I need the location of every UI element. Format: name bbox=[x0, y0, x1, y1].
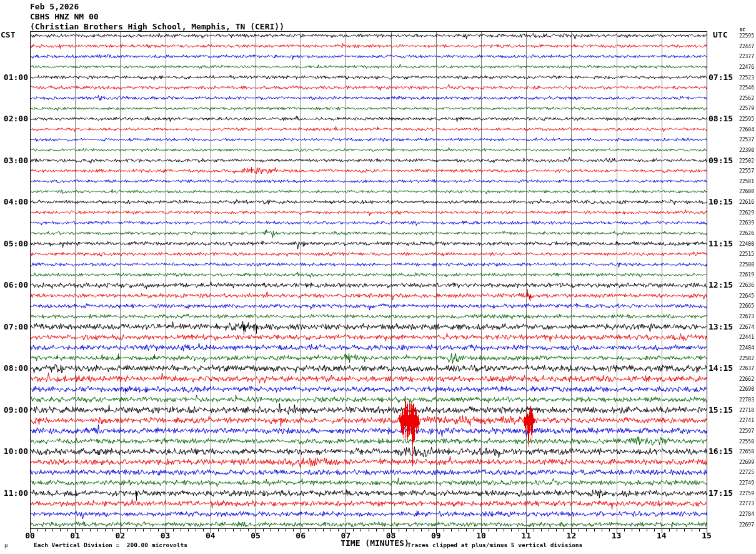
right-utc-label: 08:15 bbox=[709, 114, 733, 123]
trace-dc-value: 22595 bbox=[734, 33, 754, 39]
x-axis-tick-label: 14 bbox=[653, 531, 670, 540]
right-utc-label: 15:15 bbox=[709, 405, 733, 415]
x-axis-tick-label: 03 bbox=[157, 531, 174, 540]
x-axis-tick-label: 06 bbox=[292, 531, 309, 540]
trace-dc-value: 22636 bbox=[734, 283, 754, 288]
right-utc-label: 17:15 bbox=[709, 488, 733, 498]
header-location-line: (Christian Brothers High School, Memphis… bbox=[30, 22, 284, 31]
trace-dc-value: 22690 bbox=[734, 386, 754, 392]
x-axis-tick-label: 12 bbox=[562, 531, 580, 540]
trace-dc-value: 22619 bbox=[734, 272, 754, 278]
trace-dc-value: 22557 bbox=[734, 168, 754, 174]
x-axis-tick-label: 10 bbox=[472, 531, 490, 540]
trace-dc-value: 22600 bbox=[734, 189, 754, 194]
trace-dc-value: 22550 bbox=[734, 439, 754, 445]
left-hour-label: 04:00 bbox=[0, 197, 28, 206]
trace-dc-value: 22674 bbox=[734, 325, 754, 330]
left-hour-label: 08:00 bbox=[0, 363, 28, 373]
trace-dc-value: 22665 bbox=[734, 303, 754, 309]
right-utc-label: 14:15 bbox=[709, 363, 733, 373]
trace-dc-value: 22502 bbox=[734, 158, 754, 164]
trace-dc-value: 22390 bbox=[734, 148, 754, 153]
trace-dc-value: 22629 bbox=[734, 210, 754, 216]
right-utc-label: 13:15 bbox=[709, 322, 733, 331]
trace-dc-value: 22581 bbox=[734, 179, 754, 184]
trace-dc-value: 22703 bbox=[734, 397, 754, 403]
right-utc-label: 07:15 bbox=[709, 73, 733, 82]
helicorder-page: Feb 5,2026 CBHS HNZ NM 00 (Christian Bro… bbox=[0, 0, 756, 554]
left-hour-label: 01:00 bbox=[0, 73, 28, 82]
trace-dc-value: 22697 bbox=[734, 522, 754, 528]
left-hour-label: 06:00 bbox=[0, 280, 28, 290]
x-axis-tick-label: 15 bbox=[698, 531, 715, 540]
trace-dc-value: 22658 bbox=[734, 449, 754, 455]
trace-dc-value: 22582 bbox=[734, 356, 754, 361]
trace-dc-value: 22749 bbox=[734, 480, 754, 486]
right-utc-label: 11:15 bbox=[709, 239, 733, 248]
x-axis-tick-label: 04 bbox=[202, 531, 219, 540]
x-axis-tick-label: 13 bbox=[608, 531, 625, 540]
trace-dc-value: 22699 bbox=[734, 460, 754, 465]
header-date: Feb 5,2026 bbox=[30, 2, 79, 11]
trace-dc-value: 22673 bbox=[734, 314, 754, 320]
trace-dc-value: 22662 bbox=[734, 376, 754, 382]
trace-dc-value: 22626 bbox=[734, 231, 754, 236]
trace-dc-value: 22377 bbox=[734, 54, 754, 59]
dc-column-header: DC bbox=[740, 28, 745, 33]
trace-dc-value: 22784 bbox=[734, 511, 754, 517]
x-axis-tick-label: 01 bbox=[66, 531, 84, 540]
left-hour-label: 11:00 bbox=[0, 488, 28, 498]
trace-dc-value: 22604 bbox=[734, 127, 754, 133]
left-hour-label: 05:00 bbox=[0, 239, 28, 248]
left-hour-label: 09:00 bbox=[0, 405, 28, 415]
trace-dc-value: 22400 bbox=[734, 241, 754, 247]
trace-dc-value: 22546 bbox=[734, 85, 754, 91]
right-utc-label: 12:15 bbox=[709, 280, 733, 290]
right-timezone-label: UTC bbox=[713, 30, 727, 39]
footer-scale-note: Each Vertical Division = 200.00 microvol… bbox=[34, 541, 187, 548]
trace-dc-value: 22562 bbox=[734, 96, 754, 101]
trace-dc-value: 22637 bbox=[734, 366, 754, 371]
right-utc-label: 10:15 bbox=[709, 197, 733, 206]
header-station-line: CBHS HNZ NM 00 bbox=[30, 12, 99, 21]
x-axis-tick-label: 00 bbox=[21, 531, 39, 540]
trace-dc-value: 22639 bbox=[734, 220, 754, 226]
trace-dc-value: 22725 bbox=[734, 470, 754, 475]
x-axis-tick-label: 05 bbox=[247, 531, 264, 540]
left-hour-label: 03:00 bbox=[0, 156, 28, 165]
footer-clip-note: Traces clipped at plus/minus 5 vertical … bbox=[407, 541, 582, 548]
trace-dc-value: 22537 bbox=[734, 137, 754, 143]
right-utc-label: 09:15 bbox=[709, 156, 733, 165]
x-axis-tick-label: 11 bbox=[517, 531, 535, 540]
trace-dc-value: 22579 bbox=[734, 106, 754, 111]
x-axis-tick-label: 02 bbox=[111, 531, 129, 540]
trace-dc-value: 22741 bbox=[734, 418, 754, 423]
left-hour-label: 07:00 bbox=[0, 322, 28, 331]
trace-dc-value: 22447 bbox=[734, 44, 754, 49]
trace-dc-value: 22523 bbox=[734, 75, 754, 81]
trace-dc-value: 22580 bbox=[734, 262, 754, 268]
trace-dc-value: 22759 bbox=[734, 491, 754, 496]
trace-dc-value: 22476 bbox=[734, 64, 754, 70]
right-utc-label: 16:15 bbox=[709, 446, 733, 456]
trace-dc-value: 22484 bbox=[734, 345, 754, 351]
trace-dc-value: 22595 bbox=[734, 116, 754, 122]
left-hour-label: 10:00 bbox=[0, 446, 28, 456]
left-hour-label: 02:00 bbox=[0, 114, 28, 123]
trace-dc-value: 22616 bbox=[734, 199, 754, 205]
trace-dc-value: 22645 bbox=[734, 293, 754, 299]
seismogram-canvas bbox=[0, 0, 756, 554]
trace-dc-value: 22718 bbox=[734, 408, 754, 413]
trace-dc-value: 22597 bbox=[734, 428, 754, 434]
trace-dc-value: 22441 bbox=[734, 335, 754, 340]
microvolt-glyph: μ bbox=[4, 542, 7, 548]
trace-dc-value: 22773 bbox=[734, 501, 754, 506]
trace-dc-value: 22515 bbox=[734, 251, 754, 257]
left-timezone-label: CST bbox=[1, 30, 15, 39]
